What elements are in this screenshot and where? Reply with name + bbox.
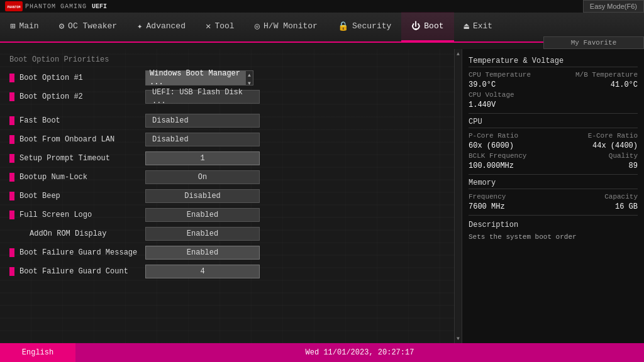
divider-1	[469, 113, 638, 114]
cpu-volt-value: 1.440V	[469, 101, 496, 109]
indicator-5	[9, 154, 14, 163]
nav-boot-label: Boot	[424, 21, 443, 31]
indicator-3	[9, 116, 14, 125]
addon-rom-value[interactable]: Enabled	[145, 227, 260, 241]
nav-hw-monitor[interactable]: ◎ H/W Monitor	[245, 12, 328, 42]
hw-icon: ◎	[255, 21, 260, 31]
top-bar: PHANTOM PHANTOM GAMING UEFI Easy Mode(F6…	[0, 0, 644, 13]
quality-value: 89	[629, 162, 638, 170]
easy-mode-button[interactable]: Easy Mode(F6)	[583, 0, 644, 13]
boot-icon: ⏻	[411, 21, 420, 31]
nav-tool[interactable]: ✕ Tool	[196, 12, 245, 42]
cap-value: 16 GB	[615, 202, 638, 211]
boot-failure-count-value[interactable]: 4	[145, 265, 260, 278]
boot-opt-2-value[interactable]: UEFI: USB Flash Disk ...	[145, 90, 260, 104]
oc-icon: ⚙	[59, 21, 64, 31]
bootup-numlock-value[interactable]: On	[145, 170, 260, 184]
nav-advanced-label: Advanced	[147, 21, 186, 31]
bottom-bar: English Wed 11/01/2023, 20:27:17	[0, 343, 644, 362]
cpu-volt-label: CPU Voltage	[469, 91, 514, 99]
boot-from-lan-value[interactable]: Disabled	[145, 133, 260, 146]
indicator-6	[9, 173, 14, 182]
advanced-icon: ✦	[137, 21, 142, 31]
boot-opt-1-scrollbar: ▲ ▼	[245, 71, 253, 85]
bootup-numlock-label: Bootup Num-Lock	[19, 173, 145, 182]
indicator-10	[9, 248, 14, 257]
nav-main[interactable]: ⊞ Main	[0, 12, 49, 42]
freq-label: Frequency	[469, 193, 506, 200]
left-panel: Boot Option Priorities Boot Option #1 Wi…	[0, 49, 462, 343]
freq-value: 7600 MHz	[469, 202, 505, 211]
fast-boot-row: Fast Boot Disabled	[9, 113, 449, 128]
bootup-numlock-row: Bootup Num-Lock On	[9, 170, 449, 185]
datetime-display: Wed 11/01/2023, 20:27:17	[75, 343, 644, 362]
boot-opt-1-value[interactable]: Windows Boot Manager ...	[146, 71, 253, 85]
boot-failure-guard-value[interactable]: Enabled	[145, 246, 260, 260]
boot-failure-guard-label: Boot Failure Guard Message	[19, 248, 145, 257]
bclk-labels: BCLK Frequency Quality	[469, 152, 638, 160]
description-title: Description	[469, 221, 638, 229]
mb-temp-label: M/B Temperature	[575, 71, 638, 79]
svg-text:PHANTOM: PHANTOM	[7, 6, 20, 9]
nav-main-label: Main	[19, 21, 38, 31]
left-panel-scrollbar: ▲ ▼	[454, 49, 462, 343]
main-icon: ⊞	[10, 21, 15, 31]
cpu-ratio-labels: P-Core Ratio E-Core Ratio	[469, 132, 638, 140]
logo-area: PHANTOM PHANTOM GAMING UEFI	[0, 0, 107, 13]
mb-temp-value: 41.0°C	[611, 80, 638, 89]
boot-option-2-row: Boot Option #2 UEFI: USB Flash Disk ...	[9, 89, 449, 104]
nav-boot[interactable]: ⏻ Boot	[401, 12, 453, 42]
indicator-11	[9, 267, 14, 276]
addon-rom-label: AddOn ROM Display	[19, 229, 145, 238]
scroll-down-arrow[interactable]: ▼	[248, 80, 251, 86]
pcore-label: P-Core Ratio	[469, 132, 518, 140]
my-favorite-tab[interactable]: My Favorite	[543, 36, 644, 49]
language-selector[interactable]: English	[0, 343, 75, 362]
nav-tool-label: Tool	[214, 21, 234, 31]
bclk-label: BCLK Frequency	[469, 152, 526, 160]
nav-advanced[interactable]: ✦ Advanced	[127, 12, 196, 42]
memory-labels: Frequency Capacity	[469, 193, 638, 200]
cpu-volt-value-row: 1.440V	[469, 101, 638, 109]
full-screen-logo-value[interactable]: Enabled	[145, 208, 260, 222]
ecore-value: 44x (4400)	[592, 141, 638, 150]
full-screen-logo-row: Full Screen Logo Enabled	[9, 207, 449, 222]
nav-oc-tweaker[interactable]: ⚙ OC Tweaker	[49, 12, 127, 42]
temp-row-values: 39.0°C 41.0°C	[469, 80, 638, 89]
nav-hw-label: H/W Monitor	[264, 21, 318, 31]
description-text: Sets the system boot order	[469, 232, 638, 243]
setup-prompt-row: Setup Prompt Timeout 1	[9, 151, 449, 166]
setup-prompt-value[interactable]: 1	[145, 151, 260, 165]
pcore-value: 60x (6000)	[469, 141, 514, 150]
nav-exit[interactable]: ⏏ Exit	[454, 12, 503, 42]
nav-security[interactable]: 🔒 Security	[328, 12, 401, 42]
left-scroll-up[interactable]: ▲	[457, 51, 460, 57]
tool-icon: ✕	[206, 21, 211, 31]
memory-values: 7600 MHz 16 GB	[469, 202, 638, 211]
boot-beep-row: Boot Beep Disabled	[9, 189, 449, 204]
boot-beep-label: Boot Beep	[19, 192, 145, 200]
quality-label: Quality	[609, 152, 638, 160]
indicator-9	[9, 229, 14, 238]
right-panel: Temperature & Voltage CPU Temperature M/…	[462, 49, 644, 343]
divider-2	[469, 174, 638, 175]
boot-beep-value[interactable]: Disabled	[145, 189, 260, 203]
nav-security-label: Security	[352, 21, 391, 31]
nav-exit-label: Exit	[473, 21, 492, 31]
full-screen-logo-label: Full Screen Logo	[19, 211, 145, 219]
left-scroll-down[interactable]: ▼	[457, 336, 460, 341]
indicator-8	[9, 211, 14, 219]
ecore-label: E-Core Ratio	[588, 132, 638, 140]
boot-failure-count-label: Boot Failure Guard Count	[19, 267, 145, 276]
fast-boot-value[interactable]: Disabled	[145, 114, 260, 128]
divider-3	[469, 215, 638, 216]
indicator-7	[9, 192, 14, 200]
brand-name: PHANTOM GAMING	[25, 3, 87, 10]
security-icon: 🔒	[338, 21, 348, 31]
exit-icon: ⏏	[464, 21, 469, 31]
cap-label: Capacity	[604, 193, 638, 200]
memory-title: Memory	[469, 178, 638, 189]
scroll-up-arrow[interactable]: ▲	[248, 72, 251, 78]
indicator-4	[9, 135, 14, 144]
cpu-ratio-values: 60x (6000) 44x (4400)	[469, 141, 638, 150]
